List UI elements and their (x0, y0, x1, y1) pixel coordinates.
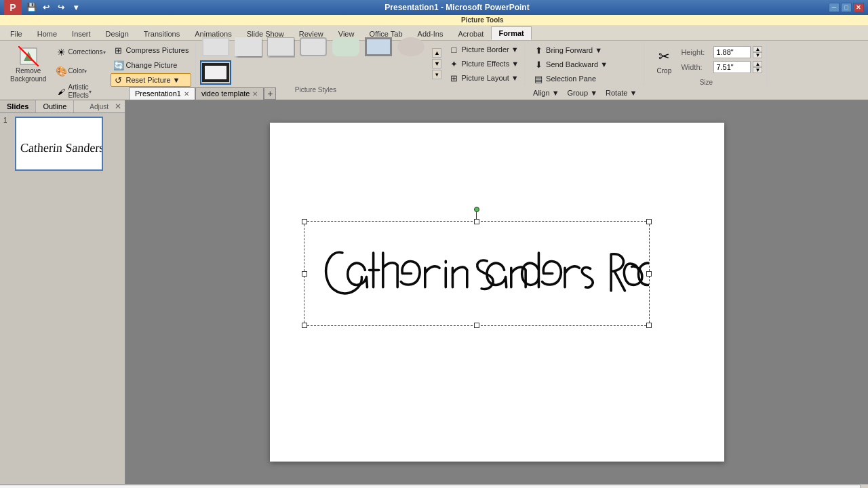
rotate-button[interactable]: Rotate ▼ (603, 87, 639, 98)
reset-picture-button[interactable]: ↺ Reset Picture ▼ (111, 73, 192, 87)
width-up[interactable]: ▲ (753, 61, 762, 67)
picture-border-button[interactable]: □ Picture Border ▼ (446, 43, 521, 56)
picture-layout-button[interactable]: ⊞ Picture Layout ▼ (446, 71, 521, 85)
tab-insert[interactable]: Insert (64, 26, 98, 40)
tab-acrobat[interactable]: Acrobat (450, 26, 491, 40)
width-input[interactable] (713, 61, 751, 73)
picture-style-7[interactable] (395, 35, 427, 59)
height-spinner: ▲ ▼ (753, 46, 762, 58)
handle-mid-left[interactable] (302, 271, 307, 277)
remove-background-button[interactable]: RemoveBackground (7, 43, 50, 85)
rotate-handle[interactable] (474, 207, 479, 212)
style-scroll-down[interactable]: ▼ (432, 59, 441, 68)
change-picture-button[interactable]: 🔄 Change Picture (111, 58, 192, 72)
picture-tools-label-bar: Picture Tools (0, 15, 868, 26)
style-more[interactable]: ▾ (432, 70, 441, 79)
office-button[interactable]: P (4, 0, 22, 15)
tab-design[interactable]: Design (98, 26, 136, 40)
selection-pane-icon: ▤ (533, 73, 544, 84)
close-button[interactable]: ✕ (853, 3, 864, 12)
width-field: Width: ▲ ▼ (681, 61, 762, 73)
style-scroll-up[interactable]: ▲ (432, 48, 441, 58)
artistic-effects-icon: 🖌 (54, 85, 68, 98)
crop-button[interactable]: ✂ Crop (650, 43, 678, 77)
adjust-group: RemoveBackground ☀ Corrections ▾ 🎨 Color… (3, 42, 196, 85)
bring-forward-button[interactable]: ⬆ Bring Forward ▼ (530, 43, 605, 57)
tab-transitions[interactable]: Transitions (136, 26, 187, 40)
reset-picture-label: Reset Picture ▼ (126, 76, 180, 84)
height-down[interactable]: ▼ (753, 52, 762, 58)
doc-tab-video-template-close[interactable]: ✕ (252, 90, 258, 98)
artistic-effects-dropdown[interactable]: ▾ (89, 89, 92, 95)
picture-style-5[interactable] (330, 35, 361, 59)
send-backward-button[interactable]: ⬇ Send Backward ▼ (530, 58, 610, 71)
handle-bottom-right[interactable] (646, 323, 652, 328)
change-picture-icon: 🔄 (113, 60, 124, 70)
picture-style-1[interactable] (200, 35, 231, 59)
corrections-dropdown[interactable]: ▾ (103, 49, 106, 56)
redo-button[interactable]: ↪ (54, 1, 68, 14)
width-spinner: ▲ ▼ (753, 61, 762, 73)
slide-number-1: 1 (3, 117, 12, 124)
selection-pane-button[interactable]: ▤ Selection Pane (530, 72, 599, 85)
picture-style-4[interactable] (298, 35, 329, 59)
restore-button[interactable]: □ (841, 3, 852, 12)
picture-style-2[interactable] (233, 35, 264, 59)
width-down[interactable]: ▼ (753, 67, 762, 73)
color-icon: 🎨 (54, 64, 68, 78)
window-title: Presentation1 - Microsoft PowerPoint (85, 3, 829, 12)
compress-pictures-button[interactable]: ⊞ Compress Pictures (111, 43, 192, 57)
artistic-effects-button[interactable]: 🖌 ArtisticEffects ▾ (51, 81, 108, 102)
bring-forward-label: Bring Forward ▼ (546, 46, 602, 54)
new-tab-button[interactable]: + (264, 87, 276, 100)
handle-top-left[interactable] (302, 219, 307, 224)
picture-style-6[interactable] (363, 35, 394, 59)
notes-area[interactable]: Click to add notes (0, 485, 860, 488)
width-label: Width: (681, 63, 711, 71)
height-input[interactable] (713, 46, 751, 58)
handle-mid-right[interactable] (646, 271, 652, 277)
picture-effects-label: Picture Effects ▼ (461, 60, 519, 68)
picture-layout-icon: ⊞ (448, 73, 459, 83)
ribbon-tabs: File Home Insert Design Transitions Anim… (0, 26, 868, 41)
tab-home[interactable]: Home (30, 26, 64, 40)
ribbon-content: RemoveBackground ☀ Corrections ▾ 🎨 Color… (0, 41, 868, 87)
handle-bottom-left[interactable] (302, 323, 307, 328)
crop-icon: ✂ (653, 45, 675, 67)
height-up[interactable]: ▲ (753, 46, 762, 52)
qat-dropdown[interactable]: ▾ (69, 1, 83, 14)
minimize-button[interactable]: ─ (829, 3, 840, 12)
save-button[interactable]: 💾 (24, 1, 38, 14)
slide-thumb-1[interactable]: Catherin Sanders Road (15, 117, 103, 171)
selected-image[interactable] (304, 221, 650, 326)
height-label: Height: (681, 48, 711, 56)
main-area: Slides Outline ✕ 1 Catherin Sanders Road (0, 100, 868, 484)
remove-bg-label: RemoveBackground (10, 67, 46, 83)
picture-style-3[interactable] (265, 35, 296, 59)
tab-file[interactable]: File (3, 26, 30, 40)
color-button[interactable]: 🎨 Color ▾ (51, 62, 108, 80)
title-bar: P 💾 ↩ ↪ ▾ Presentation1 - Microsoft Powe… (0, 0, 868, 15)
crop-label: Crop (657, 67, 672, 75)
align-button[interactable]: Align ▼ (530, 87, 561, 98)
quick-access-toolbar: 💾 ↩ ↪ ▾ (22, 0, 85, 15)
corrections-button[interactable]: ☀ Corrections ▾ (51, 43, 108, 61)
left-panel: Slides Outline ✕ 1 Catherin Sanders Road (0, 100, 125, 484)
notes-scrollbar[interactable] (860, 485, 868, 488)
rotate-label: Rotate ▼ (606, 89, 637, 97)
undo-button[interactable]: ↩ (39, 1, 53, 14)
group-label: Group ▼ (568, 89, 598, 97)
tab-format[interactable]: Format (491, 26, 531, 40)
color-dropdown[interactable]: ▾ (84, 68, 87, 75)
handle-bottom-mid[interactable] (474, 323, 479, 328)
slide-canvas[interactable] (270, 123, 724, 462)
change-picture-label: Change Picture (126, 61, 178, 69)
handle-top-mid[interactable] (474, 219, 479, 224)
bring-forward-icon: ⬆ (533, 45, 544, 56)
group-button[interactable]: Group ▼ (565, 87, 601, 98)
handle-top-right[interactable] (646, 219, 652, 224)
doc-tab-video-template[interactable]: video template ✕ (195, 87, 264, 100)
picture-style-8[interactable] (200, 60, 231, 85)
picture-effects-button[interactable]: ✦ Picture Effects ▼ (446, 57, 521, 70)
send-backward-icon: ⬇ (533, 59, 544, 70)
